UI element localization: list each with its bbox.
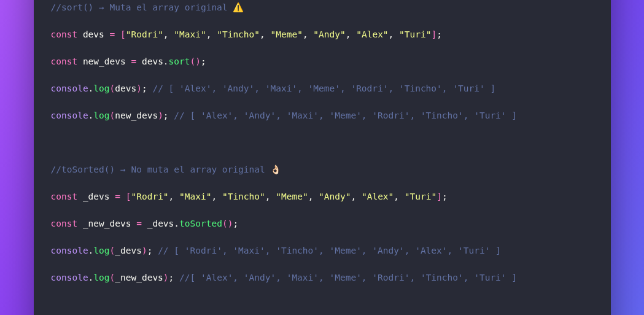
keyword: const	[51, 192, 78, 201]
semicolon: ;	[233, 219, 238, 228]
method: toSorted	[179, 219, 222, 228]
object: console	[51, 273, 88, 282]
paren: )	[163, 273, 169, 282]
bracket: [	[120, 29, 126, 39]
object: console	[51, 84, 88, 93]
bracket: ]	[436, 192, 442, 201]
code-line: //toSorted() → No muta el array original…	[51, 163, 594, 176]
semicolon: ;	[201, 56, 206, 66]
code-line: const new_devs = devs.sort();	[51, 55, 594, 68]
string: "Andy"	[319, 192, 351, 201]
string: "Alex"	[356, 29, 388, 39]
comma: ,	[394, 192, 399, 201]
string: "Meme"	[276, 192, 308, 201]
operator: =	[110, 29, 115, 39]
code-line: console.log(_new_devs); //[ 'Alex', 'And…	[51, 271, 594, 284]
code-line: //sort() → Muta el array original ⚠️	[51, 1, 594, 14]
argument: new_devs	[115, 111, 158, 120]
operator: =	[131, 56, 136, 66]
semicolon: ;	[442, 192, 448, 201]
string: "Maxi"	[174, 29, 206, 39]
argument: _devs	[115, 246, 142, 255]
comma: ,	[346, 29, 351, 39]
paren: (	[110, 111, 115, 120]
method: log	[93, 246, 109, 255]
dot: .	[174, 219, 179, 228]
comma: ,	[169, 192, 174, 201]
paren: (	[110, 84, 115, 93]
comment: //sort() → Muta el array original ⚠️	[51, 2, 244, 12]
paren: (	[190, 56, 196, 66]
semicolon: ;	[436, 29, 442, 39]
paren: )	[136, 84, 142, 93]
string: "Turi"	[405, 192, 436, 201]
semicolon: ;	[163, 111, 169, 120]
comma: ,	[308, 192, 314, 201]
comment: //[ 'Alex', 'Andy', 'Maxi', 'Meme', 'Rod…	[174, 273, 517, 282]
operator: =	[136, 219, 142, 228]
keyword: const	[51, 219, 78, 228]
comment: //toSorted() → No muta el array original…	[51, 165, 282, 174]
string: "Rodri"	[126, 29, 163, 39]
string: "Alex"	[362, 192, 394, 201]
comma: ,	[303, 29, 308, 39]
comment: // [ 'Rodri', 'Maxi', 'Tincho', 'Meme', …	[152, 246, 500, 255]
code-line: const _new_devs = _devs.toSorted();	[51, 217, 594, 230]
string: "Andy"	[313, 29, 345, 39]
paren: )	[142, 246, 147, 255]
code-line: const _devs = ["Rodri", "Maxi", "Tincho"…	[51, 190, 594, 203]
code-line: console.log(new_devs); // [ 'Alex', 'And…	[51, 109, 594, 122]
string: "Maxi"	[179, 192, 211, 201]
paren: )	[195, 56, 201, 66]
string: "Meme"	[271, 29, 303, 39]
method: log	[93, 273, 109, 282]
object: console	[51, 111, 88, 120]
argument: devs	[115, 84, 136, 93]
bracket: ]	[431, 29, 436, 39]
code-line-blank	[51, 136, 594, 149]
method: sort	[169, 56, 190, 66]
keyword: const	[51, 29, 78, 39]
comment: // [ 'Alex', 'Andy', 'Maxi', 'Meme', 'Ro…	[169, 111, 517, 120]
code-line: const devs = ["Rodri", "Maxi", "Tincho",…	[51, 28, 594, 41]
code-area: //sort() → Muta el array original ⚠️ con…	[34, 0, 611, 315]
paren: (	[110, 273, 115, 282]
keyword: const	[51, 56, 78, 66]
editor-window: JS arrays.js //sort() → Muta el array or…	[34, 0, 611, 315]
identifier: _devs	[147, 219, 174, 228]
comma: ,	[211, 192, 217, 201]
method: log	[93, 111, 109, 120]
comma: ,	[389, 29, 394, 39]
identifier: new_devs	[83, 56, 126, 66]
paren: (	[222, 219, 228, 228]
semicolon: ;	[142, 84, 147, 93]
operator: =	[115, 192, 120, 201]
comma: ,	[351, 192, 356, 201]
code-line: console.log(_devs); // [ 'Rodri', 'Maxi'…	[51, 244, 594, 257]
comma: ,	[260, 29, 265, 39]
string: "Tincho"	[217, 29, 260, 39]
string: "Rodri"	[131, 192, 168, 201]
code-line: console.log(devs); // [ 'Alex', 'Andy', …	[51, 82, 594, 95]
comma: ,	[163, 29, 169, 39]
method: log	[93, 84, 109, 93]
identifier: _devs	[83, 192, 110, 201]
dot: .	[163, 56, 169, 66]
identifier: devs	[142, 56, 163, 66]
argument: _new_devs	[115, 273, 163, 282]
string: "Tincho"	[222, 192, 265, 201]
identifier: devs	[83, 29, 104, 39]
identifier: _new_devs	[83, 219, 131, 228]
paren: (	[110, 246, 115, 255]
object: console	[51, 246, 88, 255]
paren: )	[158, 111, 163, 120]
string: "Turi"	[399, 29, 431, 39]
comment: // [ 'Alex', 'Andy', 'Maxi', 'Meme', 'Ro…	[147, 84, 495, 93]
comma: ,	[206, 29, 212, 39]
comma: ,	[265, 192, 271, 201]
